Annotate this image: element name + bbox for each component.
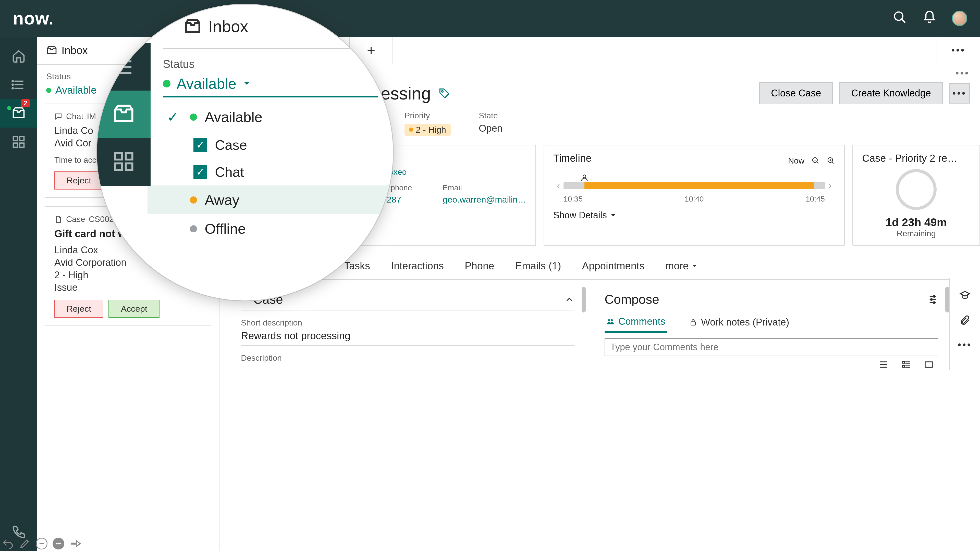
case-icon (54, 215, 62, 224)
mini-toolbar (2, 538, 81, 549)
scrollbar[interactable] (582, 287, 586, 313)
svg-point-7 (12, 88, 13, 89)
channel-chat[interactable]: ✓ Chat (163, 159, 378, 186)
nav-apps[interactable] (97, 138, 151, 185)
svg-point-47 (56, 543, 57, 544)
inbox-badge: 2 (21, 99, 30, 107)
svg-rect-42 (903, 365, 904, 367)
compose-tab-worknotes[interactable]: Work notes (Private) (687, 312, 791, 333)
brand-logo: now. (13, 8, 54, 29)
chat-icon (54, 113, 62, 121)
svg-rect-35 (691, 322, 695, 325)
sla-value: 1d 23h 49m (862, 216, 970, 229)
sla-remaining: Remaining (862, 229, 970, 238)
state-value: Open (479, 123, 503, 134)
timeline-tick: 10:35 (563, 195, 583, 203)
chevron-down-icon (242, 79, 251, 88)
status-option-away[interactable]: Away (148, 186, 393, 214)
svg-line-22 (832, 162, 834, 164)
short-description-value[interactable]: Rewards not processing (241, 330, 574, 346)
check-icon: ✓ (167, 109, 182, 125)
email-link[interactable]: geo.warren@mailin… (443, 195, 526, 205)
accept-button[interactable]: Accept (108, 300, 159, 318)
undo-icon[interactable] (2, 538, 14, 549)
tab-phone[interactable]: Phone (463, 255, 496, 277)
timeline-title: Timeline (553, 152, 592, 164)
chevron-up-icon[interactable] (564, 294, 574, 305)
nav-list[interactable] (0, 70, 37, 99)
more-actions-button[interactable]: ••• (950, 83, 970, 103)
view-list-icon[interactable] (878, 359, 889, 370)
tab-more[interactable]: more (664, 255, 700, 277)
contact-label: Email (443, 183, 526, 192)
svg-rect-57 (126, 153, 132, 159)
zoom-in-icon[interactable] (827, 157, 835, 165)
avatar[interactable] (952, 11, 967, 26)
timeline-show-details[interactable]: Show Details (553, 210, 835, 221)
compose-input[interactable] (605, 338, 938, 356)
scrollbar[interactable] (945, 287, 950, 313)
status-dot-icon (46, 88, 51, 93)
edit-icon[interactable] (19, 538, 30, 549)
status-dropdown[interactable]: Available (163, 75, 378, 97)
tag-icon[interactable] (438, 87, 450, 99)
search-icon[interactable] (893, 10, 907, 27)
tab-emails[interactable]: Emails (1) (514, 255, 563, 277)
settings-icon[interactable] (928, 294, 938, 305)
meta-label: Priority (404, 111, 451, 121)
create-knowledge-button[interactable]: Create Knowledge (839, 82, 943, 104)
svg-line-18 (817, 162, 818, 164)
minus-circle-icon[interactable] (36, 538, 48, 549)
status-option-offline[interactable]: Offline (163, 214, 378, 243)
field-label: Short description (241, 318, 574, 327)
compose-tab-comments[interactable]: Comments (605, 312, 667, 333)
timeline-bar[interactable] (563, 182, 825, 189)
inbox-title: Inbox (62, 44, 88, 57)
timeline-now[interactable]: Now (788, 156, 804, 165)
reject-button[interactable]: Reject (54, 300, 103, 318)
lock-icon (689, 318, 697, 327)
svg-point-0 (894, 12, 903, 21)
forward-icon[interactable] (69, 538, 81, 549)
svg-rect-58 (115, 163, 122, 170)
more-circle-icon[interactable] (52, 538, 64, 549)
more-icon[interactable]: ••• (956, 68, 970, 79)
timeline-prev[interactable]: ‹ (553, 180, 563, 191)
activity-view-switch (593, 356, 950, 370)
svg-rect-39 (903, 361, 904, 363)
attachment-icon[interactable] (959, 314, 970, 326)
close-case-button[interactable]: Close Case (759, 82, 833, 104)
nav-apps[interactable] (0, 127, 37, 156)
status-option-available[interactable]: ✓ Available (163, 103, 378, 131)
top-bar: now. (0, 0, 980, 37)
user-icon (580, 173, 589, 184)
field-label: Description (241, 353, 574, 363)
channel-case[interactable]: ✓ Case (163, 131, 378, 159)
svg-rect-10 (13, 143, 18, 147)
priority-value: 2 - High (404, 123, 451, 136)
bell-icon[interactable] (922, 10, 937, 27)
graduation-icon[interactable] (959, 289, 970, 301)
more-icon[interactable]: ••• (958, 340, 972, 350)
reject-button[interactable]: Reject (54, 171, 103, 189)
status-text: Available (56, 84, 97, 96)
card-type: Chat (66, 112, 83, 121)
sla-title: Case - Priority 2 re… (862, 152, 970, 164)
svg-point-15 (442, 91, 443, 92)
zoom-out-icon[interactable] (811, 157, 820, 165)
svg-rect-9 (20, 137, 24, 141)
view-card-icon[interactable] (923, 359, 934, 370)
nav-inbox[interactable]: 2 (0, 99, 37, 127)
timeline-tick: 10:45 (806, 195, 825, 203)
tab-interactions[interactable]: Interactions (390, 255, 445, 277)
left-nav-rail: 2 (0, 37, 37, 551)
compose-title: Compose (605, 292, 659, 307)
tab-appointments[interactable]: Appointments (581, 255, 646, 277)
inbox-icon (46, 45, 57, 56)
view-compact-icon[interactable] (901, 359, 912, 370)
tab-overflow[interactable]: ••• (937, 37, 980, 64)
nav-home[interactable] (0, 42, 37, 70)
sla-panel: Case - Priority 2 re… 1d 23h 49m Remaini… (853, 145, 980, 246)
svg-rect-45 (925, 362, 932, 367)
timeline-next[interactable]: › (825, 180, 835, 191)
